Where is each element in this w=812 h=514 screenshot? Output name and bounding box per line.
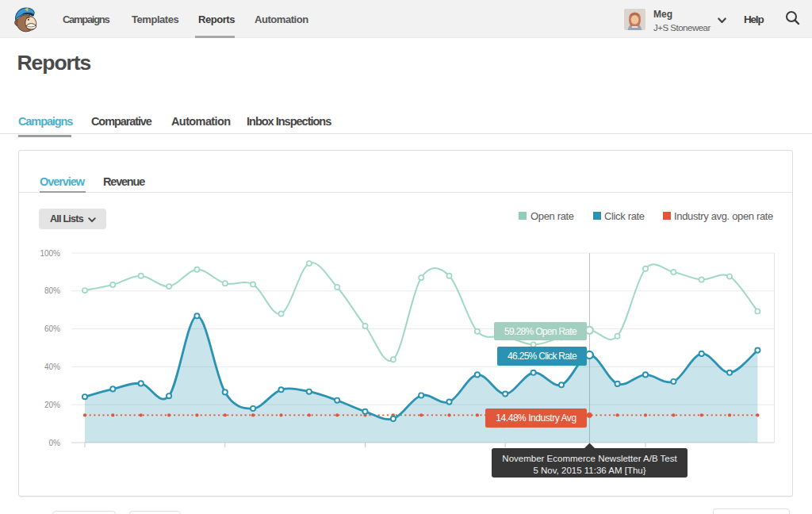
svg-text:November Ecommerce Newsletter: November Ecommerce Newsletter A/B Test — [502, 454, 677, 463]
svg-text:46.25% Click Rate: 46.25% Click Rate — [508, 351, 577, 362]
svg-text:59.28% Open Rate: 59.28% Open Rate — [504, 326, 577, 337]
svg-text:14.48% Industry Avg: 14.48% Industry Avg — [496, 412, 576, 424]
svg-text:40%: 40% — [44, 362, 60, 371]
svg-text:60%: 60% — [44, 324, 60, 333]
svg-text:5 Nov, 2015 11:36 AM [Thu}: 5 Nov, 2015 11:36 AM [Thu} — [533, 466, 645, 475]
svg-text:20%: 20% — [44, 401, 60, 409]
svg-text:80%: 80% — [44, 286, 60, 295]
svg-text:0%: 0% — [49, 439, 61, 447]
svg-text:100%: 100% — [40, 249, 60, 258]
